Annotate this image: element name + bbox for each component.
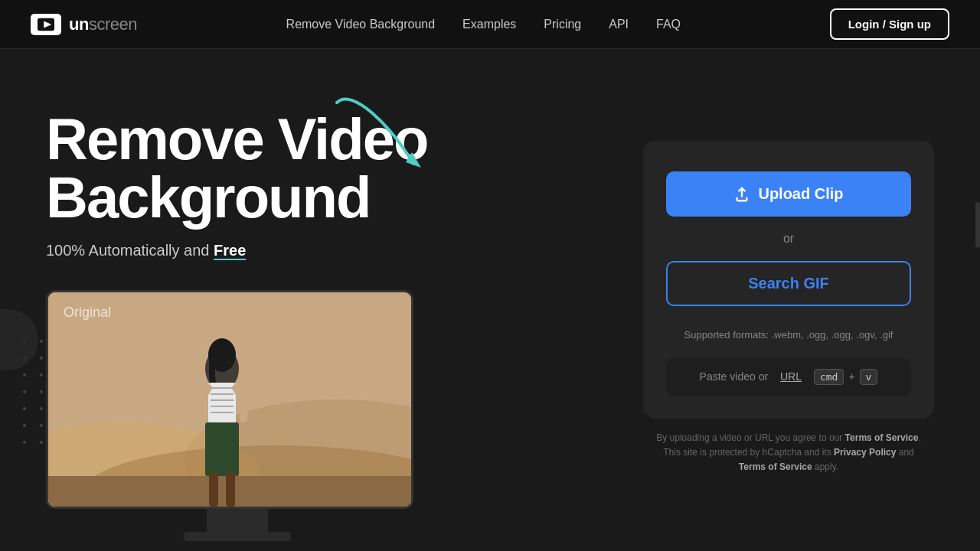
tos2-link[interactable]: Terms of Service <box>739 461 812 472</box>
nav-examples[interactable]: Examples <box>462 18 516 31</box>
left-section: Remove Video Background 100% Automatical… <box>46 95 612 541</box>
legal-text: By uploading a video or URL you agree to… <box>643 431 934 475</box>
logo-text: unscreen <box>69 15 137 34</box>
arrow-decoration <box>329 95 429 179</box>
login-signup-button[interactable]: Login / Sign up <box>830 8 949 40</box>
tos1-link[interactable]: Terms of Service <box>845 432 919 443</box>
upload-clip-button[interactable]: Upload Clip <box>666 171 911 217</box>
logo[interactable]: unscreen <box>31 14 137 35</box>
main-content: Remove Video Background 100% Automatical… <box>0 49 980 541</box>
monitor-mockup: Original <box>46 290 429 541</box>
monitor-stand <box>207 509 268 532</box>
navbar: unscreen Remove Video Background Example… <box>0 0 980 49</box>
monitor-screen: Original <box>48 292 411 507</box>
right-section: Upload Clip or Search GIF Supported form… <box>643 95 934 474</box>
hero-subtitle: 100% Automatically and Free <box>46 242 612 259</box>
paste-label: Paste video or <box>700 370 769 383</box>
search-gif-button[interactable]: Search GIF <box>666 261 911 306</box>
or-divider: or <box>666 232 911 246</box>
svg-rect-16 <box>205 422 239 476</box>
cmd-key: cmd <box>814 369 844 385</box>
monitor-label: Original <box>64 305 111 321</box>
upload-panel: Upload Clip or Search GIF Supported form… <box>643 141 934 419</box>
url-link[interactable]: URL <box>780 370 802 383</box>
nav-remove-video-bg[interactable]: Remove Video Background <box>286 18 436 31</box>
nav-api[interactable]: API <box>609 18 629 31</box>
v-key: v <box>860 369 878 385</box>
nav-links: Remove Video Background Examples Pricing… <box>286 18 681 31</box>
svg-rect-18 <box>226 472 235 507</box>
svg-rect-10 <box>208 383 236 425</box>
svg-rect-17 <box>209 472 218 507</box>
nav-faq[interactable]: FAQ <box>656 18 681 31</box>
monitor-base <box>184 532 291 541</box>
paste-section: Paste video or URL cmd + v <box>666 358 911 396</box>
logo-icon <box>31 14 61 35</box>
scrollbar[interactable] <box>975 202 980 248</box>
nav-pricing[interactable]: Pricing <box>544 18 581 31</box>
upload-icon <box>733 186 750 203</box>
supported-formats-text: Supported formats: .webm, .ogg, .ogg, .o… <box>666 328 911 343</box>
monitor-screen-container: Original <box>46 290 413 509</box>
plus-symbol: + <box>848 370 854 383</box>
privacy-link[interactable]: Privacy Policy <box>834 447 896 458</box>
